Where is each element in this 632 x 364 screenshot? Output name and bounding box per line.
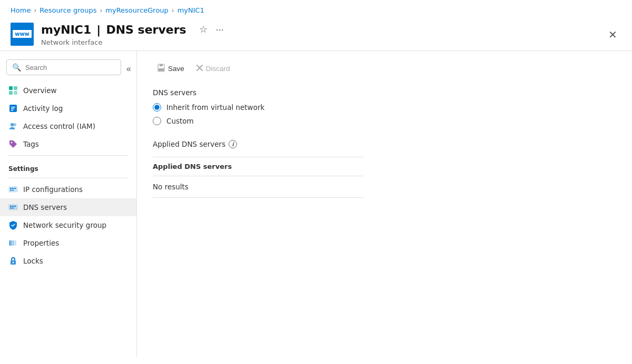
ip-configurations-icon <box>8 185 18 194</box>
svg-rect-16 <box>12 190 14 191</box>
sidebar: 🔍 « Overview Activity log <box>0 51 137 357</box>
breadcrumb-resource-group[interactable]: myResourceGroup <box>105 6 169 14</box>
sidebar-item-access-control[interactable]: Access control (IAM) <box>0 117 136 135</box>
radio-inherit-label: Inherit from virtual network <box>166 103 264 112</box>
save-icon <box>157 64 165 74</box>
search-row: 🔍 « <box>0 56 136 82</box>
save-button[interactable]: Save <box>153 62 189 76</box>
breadcrumb-home[interactable]: Home <box>11 6 31 14</box>
search-input[interactable] <box>25 64 115 72</box>
sidebar-item-activity-log[interactable]: Activity log <box>0 99 136 117</box>
svg-rect-30 <box>160 64 163 66</box>
sidebar-item-dns-servers[interactable]: DNS servers <box>0 198 136 216</box>
properties-icon <box>8 238 18 248</box>
favorite-button[interactable]: ☆ <box>197 22 210 37</box>
svg-rect-5 <box>11 107 15 108</box>
svg-rect-7 <box>11 110 13 111</box>
svg-rect-23 <box>9 240 11 246</box>
sidebar-item-overview[interactable]: Overview <box>0 82 136 99</box>
svg-rect-15 <box>10 190 12 191</box>
svg-rect-20 <box>14 206 16 207</box>
page-icon-text: www <box>13 30 32 38</box>
svg-rect-17 <box>9 205 17 210</box>
overview-icon <box>8 86 18 95</box>
divider <box>8 155 128 156</box>
svg-rect-0 <box>9 86 13 90</box>
settings-divider <box>8 178 128 178</box>
svg-rect-11 <box>9 187 17 192</box>
applied-dns-label: Applied DNS servers i <box>153 140 616 148</box>
main-content: Save Discard DNS servers Inherit from vi… <box>137 51 632 357</box>
dns-servers-section-title: DNS servers <box>153 88 616 97</box>
sidebar-item-network-security-group[interactable]: Network security group <box>0 216 136 234</box>
close-button[interactable]: ✕ <box>604 26 621 43</box>
nsg-icon <box>8 220 18 230</box>
radio-inherit-input[interactable] <box>153 103 161 112</box>
svg-rect-26 <box>15 240 16 246</box>
discard-icon <box>196 64 203 73</box>
locks-icon <box>8 256 18 266</box>
svg-rect-2 <box>9 91 13 95</box>
search-box: 🔍 <box>6 59 121 75</box>
overview-label: Overview <box>23 86 57 95</box>
svg-rect-3 <box>14 91 17 95</box>
search-icon: 🔍 <box>12 63 21 72</box>
radio-custom-label: Custom <box>166 117 194 125</box>
breadcrumb: Home › Resource groups › myResourceGroup… <box>0 0 632 18</box>
breadcrumb-resource-groups[interactable]: Resource groups <box>39 6 96 14</box>
svg-rect-1 <box>14 86 17 90</box>
activity-log-icon <box>8 104 18 113</box>
radio-inherit[interactable]: Inherit from virtual network <box>153 103 616 112</box>
more-button[interactable]: ··· <box>214 22 226 37</box>
main-layout: 🔍 « Overview Activity log <box>0 51 632 357</box>
dns-radio-group: Inherit from virtual network Custom <box>153 103 616 125</box>
properties-label: Properties <box>23 239 59 247</box>
svg-rect-21 <box>10 208 12 209</box>
radio-custom-input[interactable] <box>153 117 161 125</box>
svg-point-10 <box>11 142 13 144</box>
sidebar-item-properties[interactable]: Properties <box>0 234 136 252</box>
tags-icon <box>8 139 18 149</box>
access-control-label: Access control (IAM) <box>23 122 95 130</box>
svg-rect-25 <box>13 240 14 246</box>
page-title: myNIC1 | DNS servers ☆ ··· <box>41 22 226 37</box>
header-actions: ☆ ··· <box>197 22 226 37</box>
settings-section-label: Settings <box>0 158 136 176</box>
svg-rect-19 <box>12 206 14 207</box>
svg-rect-14 <box>14 188 16 189</box>
page-title-group: myNIC1 | DNS servers ☆ ··· Network inter… <box>41 22 226 46</box>
locks-label: Locks <box>23 257 43 265</box>
dns-servers-label: DNS servers <box>23 203 67 211</box>
page-subtitle: Network interface <box>41 38 226 46</box>
discard-button[interactable]: Discard <box>192 62 234 75</box>
svg-rect-6 <box>11 108 14 109</box>
sidebar-item-ip-configurations[interactable]: IP configurations <box>0 180 136 198</box>
svg-rect-22 <box>12 208 14 209</box>
svg-point-28 <box>13 262 14 264</box>
access-control-icon <box>8 122 18 131</box>
info-icon: i <box>229 140 237 148</box>
dns-servers-icon <box>8 203 18 212</box>
page-icon: www <box>11 23 34 46</box>
svg-rect-12 <box>10 188 12 189</box>
applied-table-header: Applied DNS servers <box>153 157 363 176</box>
nsg-label: Network security group <box>23 221 106 229</box>
radio-custom[interactable]: Custom <box>153 117 616 125</box>
ip-configurations-label: IP configurations <box>23 185 83 194</box>
activity-log-label: Activity log <box>23 104 63 113</box>
collapse-button[interactable]: « <box>123 63 134 75</box>
sidebar-item-locks[interactable]: Locks <box>0 252 136 270</box>
svg-rect-18 <box>10 206 12 207</box>
toolbar: Save Discard <box>153 62 616 76</box>
sidebar-item-tags[interactable]: Tags <box>0 135 136 153</box>
tags-label: Tags <box>23 140 39 148</box>
applied-dns-table: Applied DNS servers No results <box>153 157 363 198</box>
page-header: www myNIC1 | DNS servers ☆ ··· Network i… <box>0 18 632 51</box>
breadcrumb-nic[interactable]: myNIC1 <box>177 6 204 14</box>
svg-rect-13 <box>12 188 14 189</box>
svg-point-9 <box>13 123 16 126</box>
svg-rect-24 <box>12 240 13 246</box>
svg-rect-31 <box>159 68 164 71</box>
applied-table-empty: No results <box>153 176 363 197</box>
